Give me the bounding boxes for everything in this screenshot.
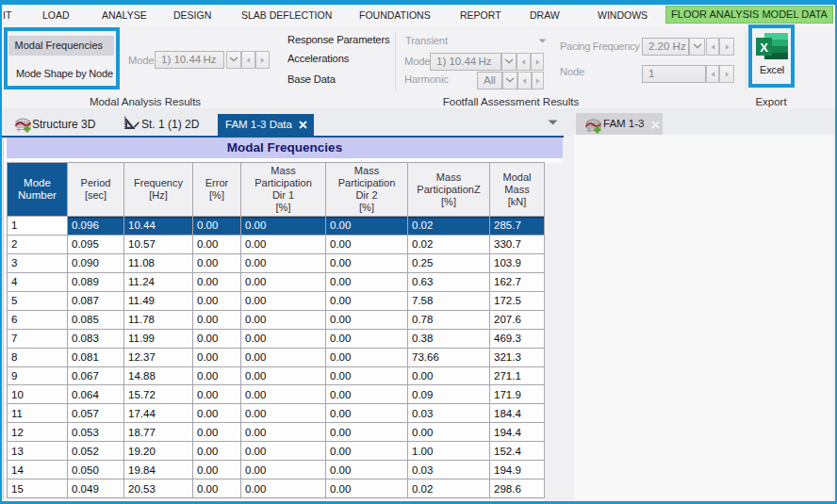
svg-text:X: X: [760, 41, 768, 55]
